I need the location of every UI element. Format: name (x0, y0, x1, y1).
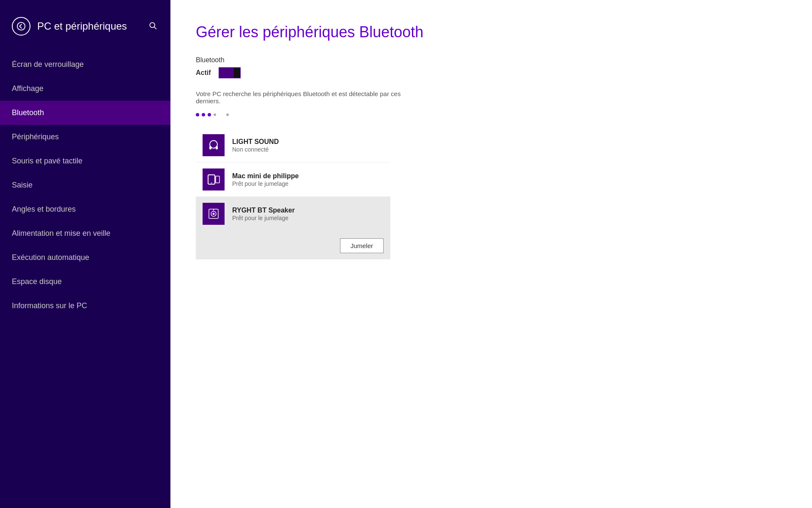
device-name-light-sound: LIGHT SOUND (232, 138, 279, 146)
bluetooth-toggle-row: Actif (196, 67, 787, 78)
sidebar-item-ecran[interactable]: Écran de verrouillage (0, 52, 170, 77)
sidebar-item-souris[interactable]: Souris et pavé tactile (0, 149, 170, 173)
svg-point-12 (213, 213, 215, 215)
dot-4 (214, 113, 216, 116)
device-status-ryght: Prêt pour le jumelage (232, 215, 295, 221)
bluetooth-toggle[interactable] (219, 67, 241, 78)
device-info-ryght-speaker: RYGHT BT Speaker Prêt pour le jumelage (232, 206, 295, 222)
sidebar-item-peripheriques[interactable]: Périphériques (0, 125, 170, 149)
sidebar-item-bluetooth[interactable]: Bluetooth (0, 101, 170, 125)
bluetooth-section-label: Bluetooth (196, 56, 787, 64)
svg-point-0 (17, 22, 25, 30)
device-name-ryght: RYGHT BT Speaker (232, 206, 295, 215)
sidebar-item-saisie[interactable]: Saisie (0, 173, 170, 197)
sidebar-item-espace[interactable]: Espace disque (0, 270, 170, 294)
device-icon-speaker (203, 203, 225, 225)
toggle-status-label: Actif (196, 69, 211, 77)
main-content: Gérer les périphériques Bluetooth Blueto… (170, 0, 812, 508)
svg-line-2 (154, 27, 156, 29)
sidebar-item-execution[interactable]: Exécution automatique (0, 246, 170, 270)
svg-rect-5 (216, 146, 218, 149)
sidebar-title: PC et périphériques (37, 20, 127, 33)
page-title: Gérer les périphériques Bluetooth (196, 23, 787, 41)
device-name-mac-mini: Mac mini de philippe (232, 172, 299, 181)
device-item-mac-mini[interactable]: Mac mini de philippe Prêt pour le jumela… (196, 163, 390, 197)
dot-2 (202, 113, 205, 116)
back-button[interactable] (12, 17, 30, 36)
sidebar-item-infos[interactable]: Informations sur le PC (0, 294, 170, 318)
device-info-light-sound: LIGHT SOUND Non connecté (232, 138, 279, 153)
device-icon-computer (203, 168, 225, 190)
jumeler-row: Jumeler (203, 232, 384, 253)
dot-5 (226, 113, 229, 116)
device-status-mac-mini: Prêt pour le jumelage (232, 180, 299, 187)
sidebar-item-angles[interactable]: Angles et bordures (0, 197, 170, 221)
loading-dots (196, 113, 787, 116)
search-button[interactable] (147, 19, 159, 33)
sidebar-header: PC et périphériques (0, 0, 170, 52)
device-info-mac-mini: Mac mini de philippe Prêt pour le jumela… (232, 172, 299, 188)
svg-rect-7 (216, 176, 219, 183)
svg-rect-4 (209, 146, 211, 149)
device-list: LIGHT SOUND Non connecté Mac mini de phi… (196, 128, 390, 260)
sidebar: PC et périphériques Écran de verrouillag… (0, 0, 170, 508)
svg-point-9 (211, 182, 212, 183)
dot-3 (208, 113, 211, 116)
device-item-ryght-speaker[interactable]: RYGHT BT Speaker Prêt pour le jumelage J… (196, 197, 390, 260)
jumeler-button[interactable]: Jumeler (340, 238, 384, 253)
status-message: Votre PC recherche les périphériques Blu… (196, 90, 416, 105)
device-icon-headphone (203, 134, 225, 156)
toggle-knob (234, 68, 240, 77)
device-info-row-ryght: RYGHT BT Speaker Prêt pour le jumelage (203, 203, 384, 225)
device-item-light-sound[interactable]: LIGHT SOUND Non connecté (196, 128, 390, 163)
sidebar-item-affichage[interactable]: Affichage (0, 77, 170, 101)
nav-list: Écran de verrouillage Affichage Bluetoot… (0, 52, 170, 318)
device-status-light-sound: Non connecté (232, 146, 279, 153)
dot-1 (196, 113, 199, 116)
svg-point-13 (213, 210, 214, 210)
sidebar-item-alimentation[interactable]: Alimentation et mise en veille (0, 221, 170, 246)
